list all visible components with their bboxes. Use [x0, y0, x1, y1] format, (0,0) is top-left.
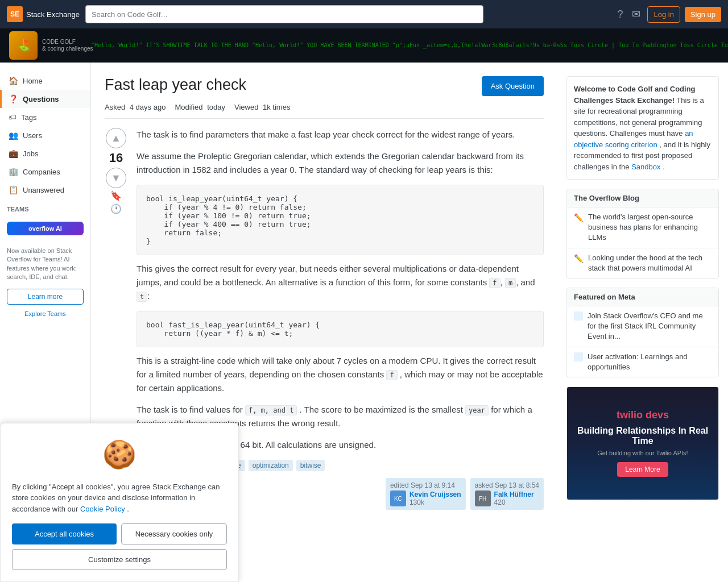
- question-body-text3: This gives the correct result for every …: [136, 264, 519, 287]
- topbar-logo-text: Stack Exchange: [26, 10, 80, 19]
- site-logo[interactable]: ⛳ CODE GOLF & coding challenges: [9, 31, 93, 60]
- history-button[interactable]: 🕐: [110, 203, 122, 214]
- welcome-end: .: [663, 163, 665, 171]
- meta-icon-1: [574, 311, 583, 321]
- sidebar-label-companies: Companies: [23, 168, 60, 176]
- user-cards: edited Sep 13 at 9:14 KC Kevin Cruijssen…: [386, 478, 544, 510]
- tag-optimization2[interactable]: optimization: [249, 460, 293, 471]
- stack-exchange-icon: SE: [7, 6, 23, 22]
- meta-box-header: Featured on Meta: [567, 288, 718, 306]
- question-body-para4: This is a straight-line code which will …: [136, 354, 544, 395]
- bookmark-button[interactable]: 🔖: [110, 190, 122, 201]
- ad-title: Building Relationships In Real Time: [576, 426, 709, 446]
- inline-code-year: year: [465, 405, 489, 415]
- asked-date: 4 days ago: [130, 103, 166, 111]
- question-header: Fast leap year check Ask Question: [105, 76, 544, 96]
- login-button[interactable]: Log in: [647, 6, 680, 23]
- help-icon[interactable]: ?: [615, 6, 625, 23]
- ad-brand: twilio devs: [617, 409, 669, 421]
- sidebar-item-users[interactable]: 👥 Users: [0, 126, 90, 144]
- site-logo-text: CODE GOLF & coding challenges: [42, 39, 93, 52]
- cookie-icon: 🍪: [100, 435, 139, 475]
- edited-user-name[interactable]: Kevin Cruijssen: [410, 490, 461, 498]
- code-block-2: bool fast_is_leap_year(uint64_t year) { …: [136, 311, 544, 347]
- asked-time: asked Sep 13 at 8:54: [475, 481, 539, 489]
- question-body-para3: This gives the correct result for every …: [136, 262, 544, 303]
- sidebar-item-jobs[interactable]: 💼 Jobs: [0, 144, 90, 163]
- modified-date: today: [207, 103, 225, 111]
- question-body-para2: We assume the Proleptic Gregorian calend…: [136, 149, 544, 177]
- inline-code-m: m: [505, 278, 516, 288]
- asked-user-info: FH Falk Hüffner 420: [475, 490, 539, 506]
- site-header-code-banner: "Hello, World!" IT'S SHOWTIME TALK TO TH…: [91, 28, 728, 63]
- explore-teams-link[interactable]: Explore Teams: [0, 307, 90, 321]
- sidebar-label-tags: Tags: [21, 113, 36, 122]
- inline-code-vars: f, m, and t: [245, 405, 297, 415]
- modified-meta: Modified today: [175, 103, 225, 111]
- inline-code-f: f: [489, 278, 500, 288]
- advertisement-box: twilio devs Building Relationships In Re…: [566, 386, 719, 500]
- sidebar-item-companies[interactable]: 🏢 Companies: [0, 163, 90, 181]
- teams-tagline: Now available on Stack Overflow for Team…: [0, 242, 90, 286]
- cookie-policy-link[interactable]: Cookie Policy: [80, 505, 125, 513]
- vote-count: 16: [109, 151, 123, 165]
- viewed-label: Viewed: [234, 103, 258, 111]
- search-input[interactable]: [85, 5, 483, 23]
- sidebar-item-unanswered[interactable]: 📋 Unanswered: [0, 181, 90, 199]
- blog-item-1[interactable]: ✏️ The world's largest open-source busin…: [567, 207, 718, 248]
- tag-bitwise[interactable]: bitwise: [296, 460, 325, 471]
- asked-user-avatar: FH: [475, 490, 491, 506]
- sandbox-link[interactable]: Sandbox: [631, 163, 660, 171]
- meta-item-1[interactable]: Join Stack Overflow's CEO and me for the…: [567, 306, 718, 347]
- meta-box: Featured on Meta Join Stack Overflow's C…: [566, 288, 719, 377]
- topbar-logo[interactable]: SE Stack Exchange: [7, 6, 80, 22]
- asked-by-card: asked Sep 13 at 8:54 FH Falk Hüffner 420: [470, 478, 544, 510]
- signup-button[interactable]: Sign up: [685, 7, 721, 22]
- jobs-icon: 💼: [9, 149, 18, 158]
- blog-item-2-text: Looking under the hood at the tech stack…: [588, 253, 712, 273]
- blog-item-1-text: The world's largest open-source business…: [588, 212, 712, 243]
- pencil-icon-2: ✏️: [574, 253, 584, 273]
- ask-question-button[interactable]: Ask Question: [482, 76, 544, 96]
- inbox-icon[interactable]: ✉: [630, 6, 643, 23]
- meta-item-1-text: Join Stack Overflow's CEO and me for the…: [588, 311, 712, 342]
- edited-user-avatar: KC: [390, 490, 406, 506]
- inline-code-f2: f: [386, 370, 397, 380]
- sidebar-label-jobs: Jobs: [23, 149, 38, 158]
- asked-user-name[interactable]: Falk Hüffner: [494, 490, 534, 498]
- blog-item-2[interactable]: ✏️ Looking under the hood at the tech st…: [567, 248, 718, 278]
- sidebar-label-unanswered: Unanswered: [23, 186, 64, 194]
- teams-section-header: TEAMS: [0, 199, 90, 215]
- meta-item-2[interactable]: User activation: Learnings and opportuni…: [567, 347, 718, 377]
- welcome-text: Welcome to Code Golf and Coding Challeng…: [574, 84, 712, 172]
- cookie-consent-dialog: 🍪 By clicking "Accept all cookies", you …: [0, 423, 239, 524]
- modified-label: Modified: [175, 103, 202, 111]
- viewed-meta: Viewed 1k times: [234, 103, 290, 111]
- pencil-icon-1: ✏️: [574, 213, 584, 243]
- overflow-ai-logo-container: overflow AI: [0, 215, 90, 242]
- code-block-1: bool is_leap_year(uint64_t year) { if (y…: [136, 185, 544, 255]
- overflow-ai-logo[interactable]: overflow AI: [7, 222, 84, 235]
- sidebar-label-questions: Questions: [23, 95, 59, 103]
- topbar-search-container: [85, 5, 483, 23]
- learn-more-button[interactable]: Learn more: [7, 289, 84, 305]
- sidebar-item-tags[interactable]: 🏷 Tags: [0, 108, 90, 126]
- meta-item-2-text: User activation: Learnings and opportuni…: [588, 352, 712, 372]
- ad-subtitle: Get building with our Twilio APIs!: [597, 450, 688, 456]
- overflow-ai-logo-text: overflow AI: [28, 225, 62, 232]
- questions-icon: ❓: [9, 94, 18, 103]
- welcome-box: Welcome to Code Golf and Coding Challeng…: [566, 76, 719, 180]
- sidebar-item-questions[interactable]: ❓ Questions: [0, 90, 90, 108]
- users-icon: 👥: [9, 131, 18, 140]
- upvote-button[interactable]: ▲: [106, 128, 126, 148]
- companies-icon: 🏢: [9, 167, 18, 176]
- downvote-button[interactable]: ▼: [106, 168, 126, 188]
- tags-icon: 🏷: [9, 113, 16, 122]
- question-meta: Asked 4 days ago Modified today Viewed 1…: [105, 103, 544, 119]
- sidebar-item-home[interactable]: 🏠 Home: [0, 72, 90, 90]
- site-logo-icon: ⛳: [9, 31, 38, 60]
- edited-user-rep: 130k: [410, 498, 461, 506]
- edited-time: edited Sep 13 at 9:14: [390, 481, 461, 489]
- welcome-box-content: Welcome to Code Golf and Coding Challeng…: [567, 77, 718, 179]
- ad-cta-button[interactable]: Learn More: [617, 462, 668, 477]
